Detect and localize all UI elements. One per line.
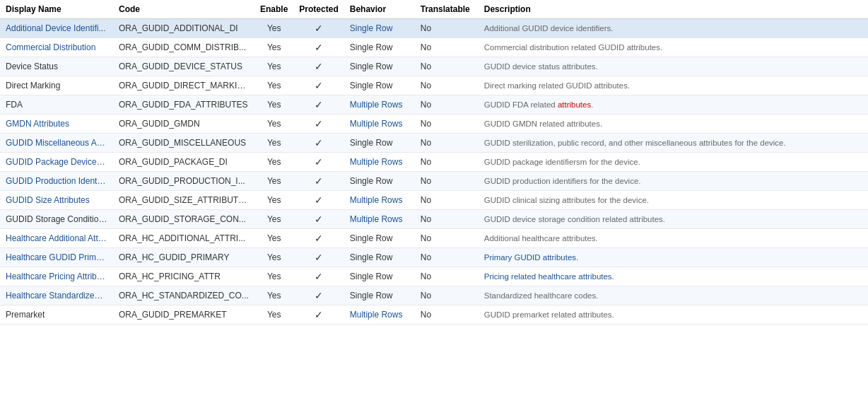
checkmark-icon: ✓ — [315, 252, 323, 263]
cell-protected: ✓ — [293, 95, 344, 115]
cell-display-name[interactable]: GUDID Package Device I... — [0, 153, 113, 172]
cell-translatable: No — [415, 267, 479, 286]
cell-display-name[interactable]: GUDID Size Attributes — [0, 191, 113, 210]
desc-red-text: attributes — [558, 100, 591, 109]
cell-display-name[interactable]: GMDN Attributes — [0, 115, 113, 134]
cell-translatable: No — [415, 191, 479, 210]
cell-enable: Yes — [254, 76, 293, 95]
cell-description: GUDID package identifiersm for the devic… — [479, 153, 868, 172]
table-row: FDAORA_GUDID_FDA_ATTRIBUTESYes✓Multiple … — [0, 95, 868, 115]
cell-behavior[interactable]: Multiple Rows — [344, 115, 415, 134]
cell-code: ORA_GUDID_MISCELLANEOUS — [113, 134, 254, 153]
col-header-translatable: Translatable — [415, 0, 479, 19]
checkmark-icon: ✓ — [315, 156, 323, 168]
cell-description: Standardized healthcare codes. — [479, 286, 868, 305]
checkmark-icon: ✓ — [315, 118, 323, 129]
col-header-enable: Enable — [254, 0, 293, 19]
checkmark-icon: ✓ — [315, 271, 323, 282]
cell-protected: ✓ — [293, 153, 344, 172]
cell-behavior[interactable]: Multiple Rows — [344, 210, 415, 229]
cell-display-name[interactable]: Healthcare Additional Attr... — [0, 229, 113, 248]
cell-description: Commercial distribution related GUDID at… — [479, 38, 868, 57]
cell-protected: ✓ — [293, 305, 344, 325]
main-table-container: Display Name Code Enable Protected Behav… — [0, 0, 868, 325]
cell-description: GUDID sterilization, public record, and … — [479, 134, 868, 153]
cell-description: Primary GUDID attributes. — [479, 248, 868, 267]
cell-code: ORA_GUDID_SIZE_ATTRIBUTES — [113, 191, 254, 210]
cell-display-name[interactable]: Healthcare GUDID Primary — [0, 248, 113, 267]
table-row: GUDID Storage ConditionsORA_GUDID_STORAG… — [0, 210, 868, 229]
cell-description: GUDID clinical sizing attributes for the… — [479, 191, 868, 210]
cell-code: ORA_GUDID_COMM_DISTRIB... — [113, 38, 254, 57]
checkmark-icon: ✓ — [315, 175, 323, 187]
table-header-row: Display Name Code Enable Protected Behav… — [0, 0, 868, 19]
cell-description: GUDID FDA related attributes. — [479, 95, 868, 115]
checkmark-icon: ✓ — [315, 23, 323, 34]
cell-display-name[interactable]: Commercial Distribution — [0, 38, 113, 57]
cell-enable: Yes — [254, 134, 293, 153]
cell-behavior[interactable]: Single Row — [344, 19, 415, 38]
cell-enable: Yes — [254, 38, 293, 57]
cell-display-name[interactable]: Healthcare Standardized ... — [0, 286, 113, 305]
cell-translatable: No — [415, 134, 479, 153]
cell-code: ORA_GUDID_STORAGE_CON... — [113, 210, 254, 229]
cell-display-name[interactable]: Additional Device Identifi... — [0, 19, 113, 38]
table-row: Healthcare Additional Attr...ORA_HC_ADDI… — [0, 229, 868, 248]
cell-protected: ✓ — [293, 134, 344, 153]
cell-enable: Yes — [254, 57, 293, 76]
checkmark-icon: ✓ — [315, 233, 323, 244]
cell-display-name[interactable]: GUDID Production Identif... — [0, 172, 113, 191]
col-header-protected: Protected — [293, 0, 344, 19]
attributes-table: Display Name Code Enable Protected Behav… — [0, 0, 868, 325]
cell-enable: Yes — [254, 305, 293, 325]
cell-translatable: No — [415, 286, 479, 305]
table-row: Healthcare GUDID PrimaryORA_HC_GUDID_PRI… — [0, 248, 868, 267]
checkmark-icon: ✓ — [315, 290, 323, 301]
cell-code: ORA_GUDID_PACKAGE_DI — [113, 153, 254, 172]
col-header-description: Description — [479, 0, 868, 19]
cell-description: Pricing related healthcare attributes. — [479, 267, 868, 286]
cell-display-name: Direct Marking — [0, 76, 113, 95]
cell-translatable: No — [415, 305, 479, 325]
cell-behavior[interactable]: Multiple Rows — [344, 305, 415, 325]
cell-code: ORA_GUDID_ADDITIONAL_DI — [113, 19, 254, 38]
cell-behavior: Single Row — [344, 134, 415, 153]
cell-description: Additional GUDID device identifiers. — [479, 19, 868, 38]
desc-link-text[interactable]: Primary GUDID attributes. — [484, 253, 579, 262]
desc-link-text[interactable]: Pricing related healthcare attributes. — [484, 272, 614, 281]
cell-enable: Yes — [254, 95, 293, 115]
cell-enable: Yes — [254, 115, 293, 134]
cell-description: GUDID GMDN related attributes. — [479, 115, 868, 134]
cell-description: Direct marking related GUDID attributes. — [479, 76, 868, 95]
cell-protected: ✓ — [293, 191, 344, 210]
checkmark-icon: ✓ — [315, 99, 323, 110]
cell-code: ORA_GUDID_PREMARKET — [113, 305, 254, 325]
cell-display-name[interactable]: Healthcare Pricing Attribu... — [0, 267, 113, 286]
cell-code: ORA_HC_GUDID_PRIMARY — [113, 248, 254, 267]
cell-protected: ✓ — [293, 38, 344, 57]
cell-translatable: No — [415, 172, 479, 191]
cell-behavior[interactable]: Multiple Rows — [344, 153, 415, 172]
cell-protected: ✓ — [293, 267, 344, 286]
cell-code: ORA_HC_ADDITIONAL_ATTRI... — [113, 229, 254, 248]
cell-translatable: No — [415, 115, 479, 134]
cell-enable: Yes — [254, 267, 293, 286]
cell-translatable: No — [415, 38, 479, 57]
cell-code: ORA_GUDID_DEVICE_STATUS — [113, 57, 254, 76]
cell-translatable: No — [415, 229, 479, 248]
table-row: GUDID Miscellaneous Att...ORA_GUDID_MISC… — [0, 134, 868, 153]
cell-behavior[interactable]: Multiple Rows — [344, 191, 415, 210]
table-row: GUDID Production Identif...ORA_GUDID_PRO… — [0, 172, 868, 191]
cell-protected: ✓ — [293, 286, 344, 305]
cell-behavior[interactable]: Multiple Rows — [344, 95, 415, 115]
cell-behavior: Single Row — [344, 267, 415, 286]
cell-description: GUDID premarket related attributes. — [479, 305, 868, 325]
cell-protected: ✓ — [293, 248, 344, 267]
table-row: PremarketORA_GUDID_PREMARKETYes✓Multiple… — [0, 305, 868, 325]
cell-protected: ✓ — [293, 76, 344, 95]
cell-display-name[interactable]: GUDID Miscellaneous Att... — [0, 134, 113, 153]
cell-translatable: No — [415, 57, 479, 76]
cell-description: Additional healthcare attributes. — [479, 229, 868, 248]
cell-enable: Yes — [254, 229, 293, 248]
cell-translatable: No — [415, 248, 479, 267]
